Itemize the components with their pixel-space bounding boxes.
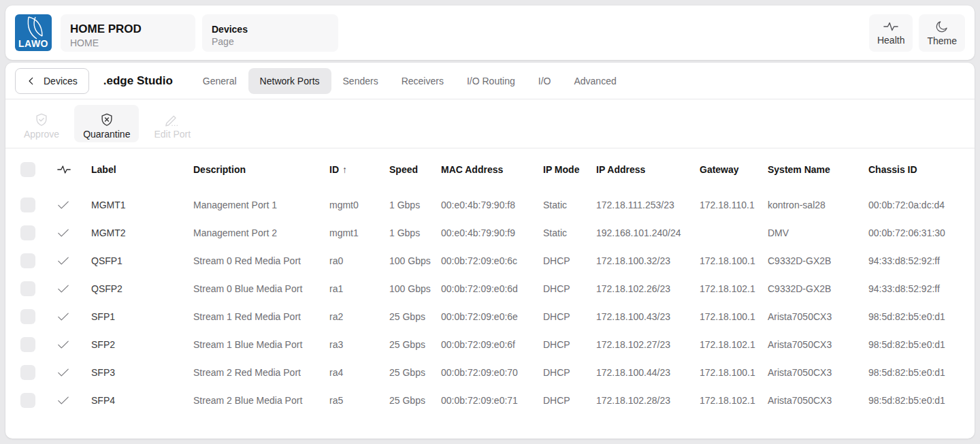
cell-gateway: 172.18.102.1	[700, 339, 768, 350]
device-tab[interactable]: Advanced	[562, 68, 627, 94]
cell-id: ra5	[329, 395, 389, 406]
column-header-label[interactable]: Label	[91, 164, 193, 175]
back-button-label: Devices	[44, 76, 78, 86]
shield-check-icon	[34, 112, 49, 127]
pulse-icon	[883, 20, 898, 33]
cell-ip-address: 172.18.102.26/23	[596, 283, 700, 294]
device-tab[interactable]: Receivers	[390, 68, 455, 94]
table-row[interactable]: QSFP2 Stream 0 Blue Media Port ra1 100 G…	[5, 274, 975, 302]
cell-ip-mode: DHCP	[543, 311, 596, 322]
cell-mac-address: 00:0b:72:09:e0:6f	[441, 339, 543, 350]
cell-mac-address: 00:0b:72:09:e0:6e	[441, 311, 543, 322]
health-column-header[interactable]	[57, 164, 91, 175]
table-row[interactable]: SFP4 Stream 2 Blue Media Port ra5 25 Gbp…	[5, 386, 975, 414]
column-header-gateway[interactable]: Gateway	[700, 164, 768, 175]
pencil-icon	[164, 112, 180, 127]
table-row[interactable]: SFP1 Stream 1 Red Media Port ra2 25 Gbps…	[5, 302, 975, 330]
check-icon	[57, 228, 91, 238]
cell-id: ra0	[329, 255, 389, 266]
cell-description: Stream 0 Blue Media Port	[193, 283, 329, 294]
row-checkbox[interactable]	[20, 197, 35, 212]
cell-description: Stream 1 Blue Media Port	[193, 339, 329, 350]
table-row[interactable]: MGMT1 Management Port 1 mgmt0 1 Gbps 00:…	[5, 191, 975, 219]
chevron-left-icon	[27, 76, 36, 86]
lawo-logo: LAWO	[15, 14, 52, 51]
ports-table-header: Label Description ID ↑ Speed MAC Address…	[5, 148, 975, 191]
cell-gateway: 172.18.110.1	[700, 200, 768, 210]
device-tab[interactable]: Senders	[331, 68, 390, 94]
row-checkbox[interactable]	[20, 365, 35, 380]
approve-button-label: Approve	[24, 129, 59, 140]
pulse-icon	[57, 164, 71, 175]
cell-chassis-id: 94:33:d8:52:92:ff	[868, 283, 975, 294]
back-to-devices-button[interactable]: Devices	[15, 68, 89, 94]
table-row[interactable]: QSFP1 Stream 0 Red Media Port ra0 100 Gb…	[5, 247, 975, 274]
table-row[interactable]: SFP3 Stream 2 Red Media Port ra4 25 Gbps…	[5, 358, 975, 386]
cell-id: mgmt0	[329, 200, 389, 210]
quarantine-button-label: Quarantine	[83, 129, 130, 140]
select-all-checkbox[interactable]	[20, 162, 35, 177]
cell-system-name: C9332D-GX2B	[768, 255, 868, 266]
device-detail-panel: Devices .edge Studio General Network Por…	[5, 63, 975, 439]
cell-description: Stream 0 Red Media Port	[193, 255, 329, 266]
column-header-speed[interactable]: Speed	[389, 164, 441, 175]
cell-label: SFP2	[91, 339, 193, 350]
row-checkbox[interactable]	[20, 225, 35, 240]
ports-toolbar: Approve Quarantine Edit Port	[5, 99, 975, 148]
column-header-ip-address[interactable]: IP Address	[596, 164, 700, 175]
cell-id: ra1	[329, 283, 389, 294]
cell-speed: 100 Gbps	[389, 255, 441, 266]
quarantine-button[interactable]: Quarantine	[74, 105, 139, 142]
theme-button[interactable]: Theme	[919, 14, 965, 52]
check-icon	[57, 368, 91, 377]
cell-description: Management Port 2	[193, 227, 329, 238]
project-selector[interactable]: HOME PROD HOME	[61, 14, 195, 52]
table-row[interactable]: MGMT2 Management Port 2 mgmt1 1 Gbps 00:…	[5, 219, 975, 247]
cell-speed: 1 Gbps	[389, 200, 441, 210]
cell-chassis-id: 98:5d:82:b5:e0:d1	[868, 311, 975, 322]
edit-port-button[interactable]: Edit Port	[145, 105, 199, 142]
row-checkbox[interactable]	[20, 253, 35, 268]
cell-gateway: 172.18.102.1	[700, 283, 768, 294]
cell-system-name: kontron-sal28	[768, 200, 868, 210]
cell-speed: 25 Gbps	[389, 311, 441, 322]
column-header-ip-mode[interactable]: IP Mode	[543, 164, 596, 175]
device-tab[interactable]: I/O Routing	[455, 68, 527, 94]
device-tab[interactable]: Network Ports	[248, 68, 331, 94]
column-header-system-name[interactable]: System Name	[768, 164, 868, 175]
cell-description: Management Port 1	[193, 200, 329, 210]
approve-button[interactable]: Approve	[15, 105, 68, 142]
row-checkbox[interactable]	[20, 337, 35, 352]
cell-speed: 25 Gbps	[389, 367, 441, 378]
cell-ip-address: 172.18.111.253/23	[596, 200, 700, 210]
column-header-chassis-id[interactable]: Chassis ID	[868, 164, 975, 175]
page-selector[interactable]: Devices Page	[202, 14, 338, 52]
cell-description: Stream 1 Red Media Port	[193, 311, 329, 322]
row-checkbox[interactable]	[20, 309, 35, 324]
row-checkbox[interactable]	[20, 393, 35, 408]
row-checkbox[interactable]	[20, 281, 35, 296]
cell-chassis-id: 98:5d:82:b5:e0:d1	[868, 339, 975, 350]
column-header-id[interactable]: ID ↑	[329, 164, 389, 175]
cell-mac-address: 00:0b:72:09:e0:71	[441, 395, 543, 406]
cell-label: QSFP1	[91, 255, 193, 266]
cell-gateway: 172.18.102.1	[700, 395, 768, 406]
cell-system-name: Arista7050CX3	[768, 311, 868, 322]
device-tab[interactable]: I/O	[527, 68, 563, 94]
cell-ip-address: 192.168.101.240/24	[596, 227, 700, 238]
device-tab[interactable]: General	[191, 68, 248, 94]
check-icon	[57, 284, 91, 294]
cell-ip-mode: DHCP	[543, 367, 596, 378]
cell-ip-address: 172.18.100.44/23	[596, 367, 700, 378]
table-row[interactable]: SFP2 Stream 1 Blue Media Port ra3 25 Gbp…	[5, 330, 975, 358]
cell-system-name: Arista7050CX3	[768, 395, 868, 406]
cell-ip-mode: Static	[543, 227, 596, 238]
cell-label: QSFP2	[91, 283, 193, 294]
cell-mac-address: 00:0b:72:09:e0:6d	[441, 283, 543, 294]
column-header-mac[interactable]: MAC Address	[441, 164, 543, 175]
column-header-description[interactable]: Description	[193, 164, 329, 175]
cell-ip-mode: Static	[543, 200, 596, 210]
cell-ip-mode: DHCP	[543, 283, 596, 294]
health-button[interactable]: Health	[869, 14, 913, 52]
page-subtitle: Page	[212, 36, 329, 47]
